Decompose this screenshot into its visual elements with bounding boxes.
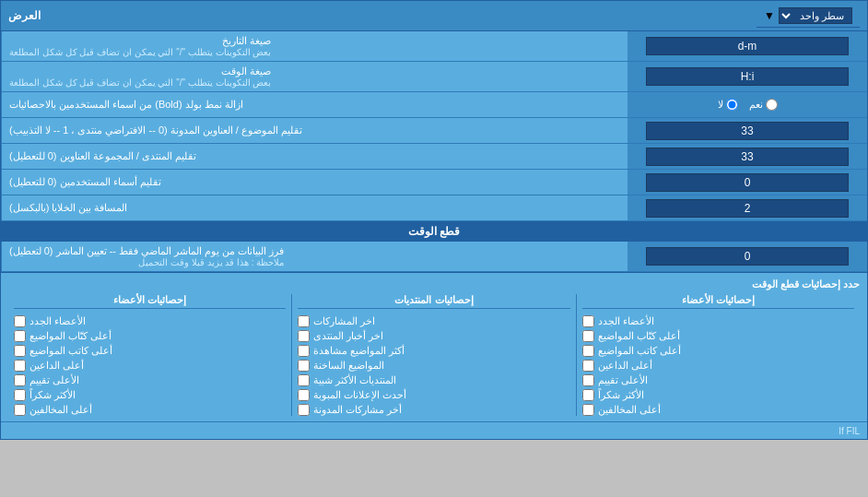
checkboxes-header: حدد إحصائيات قطع الوقت (8, 278, 860, 290)
list-item: أخر مشاركات المدونة (298, 404, 569, 416)
display-select[interactable]: سطر واحدسطرينثلاثة أسطر (779, 7, 852, 24)
bold-remove-row: نعم لا ازالة نمط بولد (Bold) من اسماء ال… (1, 92, 867, 118)
checkbox-col1-3[interactable] (14, 360, 26, 372)
checkbox-col-3: إحصائيات الأعضاء الأعضاء الجدد أعلى كتّا… (576, 294, 860, 416)
cutoff-section-header: قطع الوقت (1, 221, 867, 242)
cutoff-days-label: فرز البيانات من يوم الماشر الماضي فقط --… (1, 242, 628, 271)
list-item: أعلى الداعين (582, 360, 854, 372)
checkbox-col1-0[interactable] (14, 315, 26, 327)
bottom-note: If FIL (1, 421, 867, 439)
radio-yes-label[interactable]: نعم (749, 99, 778, 111)
forum-order-input-cell (628, 144, 867, 169)
checkbox-col2-1[interactable] (298, 330, 310, 342)
users-order-input[interactable] (646, 173, 849, 192)
checkbox-col3-0[interactable] (582, 315, 594, 327)
checkbox-col2-0[interactable] (298, 315, 310, 327)
list-item: أعلى كاتب المواضيع (582, 345, 854, 357)
list-item: أحدث الإعلانات المبوبة (298, 389, 569, 401)
cell-spacing-row: المسافة بين الخلايا (بالبكسل) (1, 195, 867, 221)
users-order-input-cell (628, 170, 867, 195)
users-order-row: تقليم أسماء المستخدمين (0 للتعطيل) (1, 170, 867, 195)
time-format-input-cell (628, 62, 867, 91)
checkbox-col3-4[interactable] (582, 374, 594, 386)
list-item: أعلى الداعين (14, 360, 286, 372)
list-item: الأعضاء الجدد (14, 315, 286, 327)
checkbox-col-1: إحصائيات الأعضاء الأعضاء الجدد أعلى كتّا… (8, 294, 291, 416)
checkbox-col1-5[interactable] (14, 389, 26, 401)
header-row: سطر واحدسطرينثلاثة أسطر ▼ العرض (1, 1, 867, 31)
radio-yes[interactable] (766, 99, 778, 111)
date-format-input[interactable] (646, 37, 849, 55)
checkbox-col1-2[interactable] (14, 345, 26, 357)
list-item: أعلى كاتب المواضيع (14, 345, 286, 357)
checkbox-col2-3[interactable] (298, 360, 310, 372)
cutoff-days-row: فرز البيانات من يوم الماشر الماضي فقط --… (1, 242, 867, 272)
checkbox-col1-1[interactable] (14, 330, 26, 342)
radio-no-label[interactable]: لا (718, 99, 738, 111)
header-title: العرض (8, 4, 41, 28)
subject-order-input-cell (628, 118, 867, 143)
forum-order-row: تقليم المنتدى / المجموعة العناوين (0 للت… (1, 144, 867, 170)
list-item: الأعضاء الجدد (582, 315, 854, 327)
subject-order-label: تقليم الموضوع / العناوين المدونة (0 -- ا… (1, 118, 628, 143)
checkbox-col2-6[interactable] (298, 404, 310, 416)
checkbox-col3-3[interactable] (582, 360, 594, 372)
checkbox-col3-1[interactable] (582, 330, 594, 342)
list-item: اخر أخبار المنتدى (298, 330, 569, 342)
list-item: أعلى المخالفين (14, 404, 286, 416)
date-format-label: صيغة التاريخ بعض التكوينات يتطلب "/" الت… (1, 31, 628, 61)
checkbox-col3-6[interactable] (582, 404, 594, 416)
time-format-row: صيغة الوقت بعض التكوينات يتطلب "/" التي … (1, 62, 867, 92)
checkbox-col1-6[interactable] (14, 404, 26, 416)
list-item: الأعلى تقييم (14, 374, 286, 386)
checkbox-col-2: إحصائيات المنتديات اخر المشاركات اخر أخب… (291, 294, 575, 416)
main-container: سطر واحدسطرينثلاثة أسطر ▼ العرض صيغة الت… (0, 0, 868, 440)
select-wrapper[interactable]: سطر واحدسطرينثلاثة أسطر ▼ (757, 4, 860, 28)
cutoff-days-input-cell (628, 242, 867, 271)
list-item: الأكثر شكراً (14, 389, 286, 401)
checkbox-col2-2[interactable] (298, 345, 310, 357)
subject-order-row: تقليم الموضوع / العناوين المدونة (0 -- ا… (1, 118, 867, 144)
list-item: أعلى كتّاب المواضيع (582, 330, 854, 342)
date-format-row: صيغة التاريخ بعض التكوينات يتطلب "/" الت… (1, 31, 867, 62)
select-arrow-icon: ▼ (764, 9, 775, 22)
list-item: أعلى المخالفين (582, 404, 854, 416)
checkbox-col3-5[interactable] (582, 389, 594, 401)
forum-order-label: تقليم المنتدى / المجموعة العناوين (0 للت… (1, 144, 628, 169)
list-item: الأكثر شكراً (582, 389, 854, 401)
time-format-input[interactable] (646, 67, 849, 86)
list-item: أكثر المواضيع مشاهدة (298, 345, 569, 357)
bold-remove-radio-cell: نعم لا (628, 92, 867, 117)
bold-remove-label: ازالة نمط بولد (Bold) من اسماء المستخدمي… (1, 92, 628, 117)
checkbox-col2-5[interactable] (298, 389, 310, 401)
list-item: المنتديات الأكثر شبية (298, 374, 569, 386)
checkbox-col2-4[interactable] (298, 374, 310, 386)
cell-spacing-input-cell (628, 195, 867, 220)
users-order-label: تقليم أسماء المستخدمين (0 للتعطيل) (1, 170, 628, 195)
checkbox-columns: إحصائيات الأعضاء الأعضاء الجدد أعلى كتّا… (8, 294, 860, 416)
time-format-label: صيغة الوقت بعض التكوينات يتطلب "/" التي … (1, 62, 628, 91)
list-item: الأعلى تقييم (582, 374, 854, 386)
radio-no[interactable] (726, 99, 738, 111)
subject-order-input[interactable] (646, 122, 849, 140)
cell-spacing-label: المسافة بين الخلايا (بالبكسل) (1, 195, 628, 220)
cutoff-days-input[interactable] (646, 247, 849, 266)
list-item: أعلى كتّاب المواضيع (14, 330, 286, 342)
checkbox-col1-4[interactable] (14, 374, 26, 386)
date-format-input-cell (628, 31, 867, 61)
cell-spacing-input[interactable] (646, 199, 849, 218)
checkbox-col3-2[interactable] (582, 345, 594, 357)
checkboxes-area: حدد إحصائيات قطع الوقت إحصائيات الأعضاء … (1, 272, 867, 421)
forum-order-input[interactable] (646, 148, 849, 166)
list-item: المواضيع الساخنة (298, 360, 569, 372)
list-item: اخر المشاركات (298, 315, 569, 327)
